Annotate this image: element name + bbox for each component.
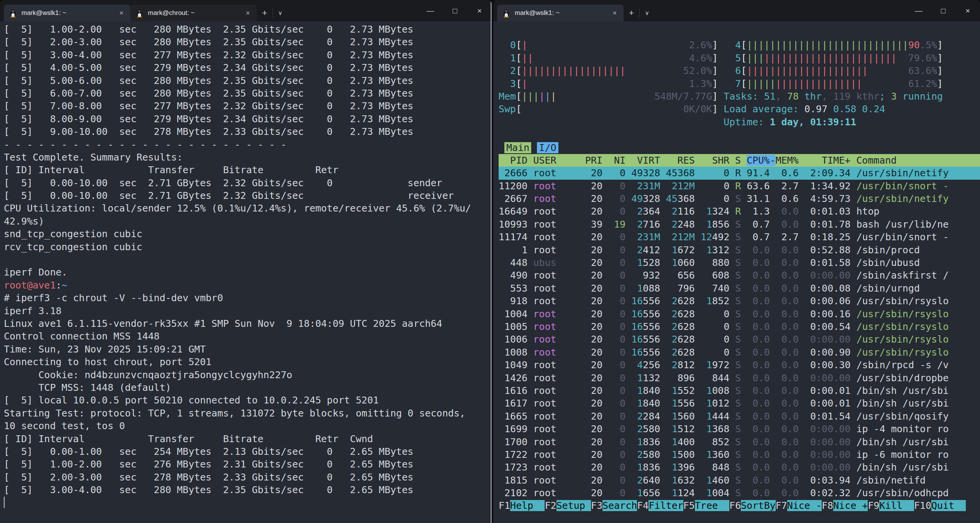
process-row[interactable]: 2102 root 20 0 1656 1124 1004 S 0.0 0.0 … [499, 487, 980, 499]
htop-meter-line: 1[|| 4.6%] 5[|||||||||||||||||||||||||| … [499, 52, 980, 64]
tux-icon [502, 8, 511, 18]
terminal-line: Cookie: nd4bzunzvcnqaoztjra5ongyclcygyhn… [4, 369, 492, 381]
terminal-line: # iperf3 -c chrout -V --bind-dev vmbr0 [4, 292, 492, 304]
terminal-screen-htop[interactable]: 0[| 2.6%] 4[||||||||||||||||||||||||||||… [493, 21, 980, 523]
terminal-line: CPU Utilization: local/sender 12.5% (0.1… [4, 202, 492, 215]
process-row[interactable]: 1616 root 20 0 1840 1552 1008 S 0.0 0.0 … [499, 384, 980, 397]
htop-fkey-bar: F1Help F2Setup F3SearchF4FilterF5Tree F6… [499, 499, 980, 512]
fkey-button-f4[interactable]: F4Filter [637, 500, 683, 511]
terminal-line: iperf 3.18 [4, 305, 492, 317]
tab-title: mark@wslk1: ~ [21, 9, 114, 17]
tab-title: mark@chrout: ~ [148, 9, 240, 17]
process-row[interactable]: 1700 root 20 0 1836 1400 852 S 0.0 0.0 0… [499, 436, 980, 448]
process-row[interactable]: 1426 root 20 0 1132 896 844 S 0.0 0.0 0:… [499, 372, 980, 384]
terminal-line: [ 5] 1.00-2.00 sec 276 MBytes 2.31 Gbits… [4, 458, 492, 471]
process-row[interactable]: 1722 root 20 0 2580 1500 1360 S 0.0 0.0 … [499, 448, 980, 461]
fkey-button-f8[interactable]: F8Nice + [822, 500, 868, 511]
maximize-button[interactable]: □ [443, 0, 467, 21]
process-row[interactable]: 1665 root 20 0 2284 1560 1444 S 0.0 0.0 … [499, 410, 980, 423]
htop-meter-line: 3[| 1.3%] 7[|||||||||||||||||||| 61.2%] [499, 77, 980, 90]
terminal-line: iperf Done. [4, 266, 492, 279]
tab-wslk1-right[interactable]: mark@wslk1: ~ × [497, 5, 624, 21]
process-row[interactable]: 16649 root 20 0 2364 2116 1324 R 1.3 0.0… [499, 205, 980, 218]
chevron-down-icon[interactable]: ∨ [273, 5, 288, 21]
tab-close-icon[interactable]: × [118, 9, 125, 17]
process-row[interactable]: 553 root 20 0 1088 796 740 S 0.0 0.0 0:0… [499, 282, 980, 295]
htop-meter-line: Uptime: 1 day, 01:39:11 [499, 116, 980, 128]
fkey-button-f3[interactable]: F3Search [591, 500, 637, 511]
process-row[interactable]: 2667 root 20 0 49328 45368 0 S 31.1 0.6 … [499, 192, 980, 205]
scrollbar[interactable] [491, 0, 492, 523]
terminal-screen-iperf[interactable]: [ 5] 1.00-2.00 sec 280 MBytes 2.35 Gbits… [0, 21, 492, 523]
terminal-line: [ 5] 4.00-5.00 sec 279 MBytes 2.34 Gbits… [4, 61, 492, 74]
fkey-button-f6[interactable]: F6SortBy [729, 500, 775, 511]
htop-view-tabs: Main I/O [499, 141, 980, 154]
process-row[interactable]: 1815 root 20 0 2640 1632 1460 S 0.0 0.0 … [499, 474, 980, 487]
process-row[interactable]: 11174 root 20 0 231M 212M 12492 S 0.7 2.… [499, 231, 980, 243]
terminal-window-left: mark@wslk1: ~ × mark@chrout: ~ × + ∨ [0, 0, 492, 523]
terminal-line: [ 5] 3.00-4.00 sec 280 MBytes 2.35 Gbits… [4, 484, 492, 496]
terminal-line: Connecting to host chrout, port 5201 [4, 356, 492, 368]
htop-table-header[interactable]: PID USER PRI NI VIRT RES SHR S CPU%-MEM%… [499, 154, 980, 167]
fkey-button-f2[interactable]: F2Setup [545, 500, 591, 511]
terminal-line: Test Complete. Summary Results: [4, 151, 492, 164]
terminal-line: [ 5] 5.00-6.00 sec 280 MBytes 2.35 Gbits… [4, 74, 492, 87]
process-row[interactable]: 1617 root 20 0 1840 1556 1012 S 0.0 0.0 … [499, 397, 980, 410]
terminal-line: [ 5] 0.00-10.00 sec 2.71 GBytes 2.32 Gbi… [4, 177, 492, 189]
process-row[interactable]: 11200 root 20 0 231M 212M 0 R 63.6 2.7 1… [499, 180, 980, 192]
fkey-button-f7[interactable]: F7Nice - [776, 500, 822, 511]
process-row[interactable]: 918 root 20 0 16556 2628 1852 S 0.0 0.0 … [499, 295, 980, 307]
process-row[interactable]: 1699 root 20 0 2580 1512 1368 S 0.0 0.0 … [499, 423, 980, 435]
tab-wslk1[interactable]: mark@wslk1: ~ × [4, 5, 130, 21]
terminal-line: Control connection MSS 1448 [4, 330, 492, 343]
new-tab-button[interactable]: + [624, 5, 639, 21]
terminal-line: [ 5] 7.00-8.00 sec 277 MBytes 2.32 Gbits… [4, 100, 492, 112]
fkey-button-f5[interactable]: F5Tree [683, 500, 729, 511]
minimize-button[interactable]: — [906, 0, 931, 21]
tab-close-icon[interactable]: × [244, 9, 251, 17]
process-row[interactable]: 1006 root 20 0 16556 2628 0 S 0.0 0.0 0:… [499, 333, 980, 346]
terminal-line: - - - - - - - - - - - - - - - - - - - - … [4, 138, 492, 151]
fkey-button-f1[interactable]: F1Help [499, 500, 545, 511]
titlebar-left[interactable]: mark@wslk1: ~ × mark@chrout: ~ × + ∨ [0, 0, 492, 21]
terminal-line: rcv_tcp_congestion cubic [4, 241, 492, 253]
terminal-line: [ 5] 2.00-3.00 sec 278 MBytes 2.33 Gbits… [4, 471, 492, 484]
htop-meter-line [499, 128, 980, 141]
process-row[interactable]: 1723 root 20 0 1836 1396 848 S 0.0 0.0 0… [499, 461, 980, 474]
terminal-line: 10 second test, tos 0 [4, 420, 492, 432]
close-button[interactable]: × [955, 0, 980, 21]
terminal-line: [ 5] 6.00-7.00 sec 280 MBytes 2.35 Gbits… [4, 87, 492, 100]
fkey-button-f10[interactable]: F10Quit [914, 500, 966, 511]
process-row[interactable]: 490 root 20 0 932 656 608 S 0.0 0.0 0:00… [499, 269, 980, 282]
terminal-line: Starting Test: protocol: TCP, 1 streams,… [4, 407, 492, 420]
process-row[interactable]: 448 ubus 20 0 1528 1060 880 S 0.0 0.0 0:… [499, 256, 980, 269]
terminal-line: TCP MSS: 1448 (default) [4, 381, 492, 394]
titlebar-right[interactable]: mark@wslk1: ~ × + ∨ — □ × [493, 0, 980, 21]
process-row[interactable]: 1049 root 20 0 4256 2812 1972 S 0.0 0.0 … [499, 359, 980, 371]
terminal-line: [ 5] 0.00-1.00 sec 254 MBytes 2.13 Gbits… [4, 445, 492, 458]
terminal-line: Linux ave1 6.1.115-vendor-rk35xx #1 SMP … [4, 317, 492, 330]
process-row[interactable]: 1008 root 20 0 16556 2628 0 S 0.0 0.0 0:… [499, 346, 980, 359]
terminal-line: Time: Sun, 23 Nov 2025 15:09:21 GMT [4, 343, 492, 356]
process-row[interactable]: 1004 root 20 0 16556 2628 0 S 0.0 0.0 0:… [499, 308, 980, 320]
process-row[interactable]: 10993 root 39 19 2716 2248 1856 S 0.7 0.… [499, 218, 980, 231]
htop-tab-main[interactable]: Main [504, 142, 531, 153]
htop-tab-io[interactable]: I/O [537, 142, 558, 153]
maximize-button[interactable]: □ [931, 0, 955, 21]
fkey-button-f9[interactable]: F9Kill [868, 500, 914, 511]
process-row[interactable]: 1005 root 20 0 16556 2628 0 S 0.0 0.0 0:… [499, 320, 980, 333]
minimize-button[interactable]: — [418, 0, 443, 21]
tab-close-icon[interactable]: × [611, 9, 618, 17]
terminal-line: [ 5] 3.00-4.00 sec 277 MBytes 2.32 Gbits… [4, 49, 492, 61]
tab-chrout[interactable]: mark@chrout: ~ × [130, 5, 257, 21]
new-tab-button[interactable]: + [257, 5, 272, 21]
process-row[interactable]: 2666 root 20 0 49328 45368 0 R 91.4 0.6 … [499, 167, 980, 179]
terminal-line: [ 5] 9.00-10.00 sec 278 MBytes 2.33 Gbit… [4, 125, 492, 138]
process-row[interactable]: 1 root 20 0 2412 1672 1312 S 0.0 0.0 0:5… [499, 244, 980, 256]
tab-title: mark@wslk1: ~ [515, 9, 607, 17]
terminal-line: snd_tcp_congestion cubic [4, 228, 492, 240]
terminal-line: [ 5] 2.00-3.00 sec 280 MBytes 2.35 Gbits… [4, 36, 492, 48]
terminal-line [4, 253, 492, 266]
close-button[interactable]: × [467, 0, 492, 21]
chevron-down-icon[interactable]: ∨ [640, 5, 655, 21]
